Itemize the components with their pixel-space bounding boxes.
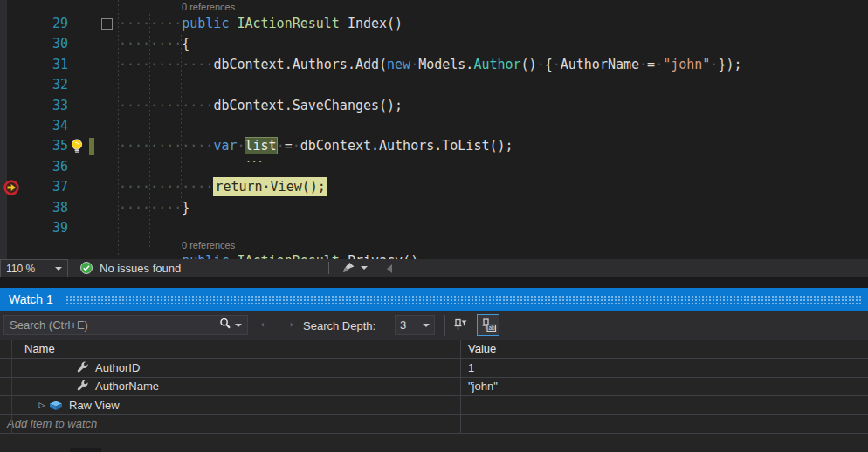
watch-row-raw-view[interactable]: ▷Raw View — [0, 396, 868, 415]
codelens-references[interactable]: 0 references — [182, 2, 235, 12]
search-icon — [219, 318, 231, 333]
code-text[interactable]: ············dbContext.SaveChanges(); — [119, 96, 403, 116]
pinned-member-names-toggle[interactable]: ab — [477, 314, 499, 336]
code-line-30[interactable]: 30········{ — [0, 34, 868, 54]
table-header-row[interactable]: Name Value — [0, 340, 868, 359]
watch-row-authorid[interactable]: AuthorID1 — [0, 359, 868, 378]
code-token: dbContext.Authors.ToList(); — [300, 138, 513, 154]
line-number: 35 — [0, 136, 68, 156]
watch-value-text[interactable]: 1 — [460, 359, 868, 377]
code-token: }); — [718, 57, 741, 72]
code-token: · — [237, 138, 245, 154]
code-text[interactable]: ········} — [119, 198, 189, 218]
vs-debug-view: 0 references29········public IActionResu… — [0, 0, 868, 452]
code-token — [119, 253, 182, 259]
line-number: 36 — [0, 157, 68, 177]
code-token: · — [537, 57, 545, 72]
code-line-32[interactable]: 32 — [0, 75, 868, 95]
toolbar-divider — [444, 315, 445, 336]
drag-grip-texture — [65, 295, 861, 304]
code-text[interactable]: ············dbContext.Authors.Add(new·Mo… — [119, 55, 741, 75]
search-forward-button[interactable]: → — [281, 314, 296, 332]
code-token — [340, 16, 348, 31]
code-token: ············ — [119, 179, 213, 195]
line-number: 30 — [0, 34, 68, 54]
code-line-29[interactable]: 29········public IActionResult Index() — [0, 14, 868, 34]
watch-window-title-bar[interactable]: Watch 1 — [0, 288, 868, 311]
search-depth-value: 3 — [400, 318, 406, 332]
chevron-down-icon — [423, 324, 430, 327]
code-editor[interactable]: 0 references29········public IActionResu… — [0, 0, 868, 259]
column-header-value[interactable]: Value — [460, 340, 496, 358]
scroll-left-icon[interactable] — [387, 264, 392, 273]
watch-name-text: AuthorID — [95, 361, 140, 374]
line-number: 29 — [0, 14, 68, 34]
code-token: dbContext.SaveChanges(); — [213, 98, 403, 113]
code-token: · — [410, 57, 418, 72]
code-line-35[interactable]: 35············var·list·=·dbContext.Autho… — [0, 136, 868, 156]
search-depth-select[interactable]: 3 — [395, 315, 435, 335]
code-text[interactable]: ············var·list·=·dbContext.Authors… — [119, 136, 513, 156]
code-token: "john" — [663, 57, 710, 72]
code-token: · — [639, 57, 647, 72]
code-token: { — [545, 57, 553, 72]
zoom-level-select[interactable]: 110 % — [0, 259, 68, 277]
code-text[interactable]: ············return·View(); — [119, 177, 327, 197]
code-line-33[interactable]: 33············dbContext.SaveChanges(); — [0, 96, 868, 116]
watch-variables-table: Name Value AuthorID1AuthorName"john"▷Raw… — [0, 340, 868, 434]
code-token: list — [245, 138, 277, 154]
line-number: 33 — [0, 96, 68, 116]
chevron-down-icon — [55, 267, 62, 271]
code-line-34[interactable]: 34 — [0, 116, 868, 136]
lightbulb-icon[interactable] — [71, 139, 83, 154]
code-line-31[interactable]: 31············dbContext.Authors.Add(new·… — [0, 55, 868, 75]
watch-row-authorname[interactable]: AuthorName"john" — [0, 378, 868, 397]
code-token: () — [521, 57, 537, 72]
code-line-38[interactable]: 38········} — [0, 198, 868, 218]
watch-value-text[interactable]: "john" — [460, 378, 868, 396]
code-token: ········ — [119, 36, 182, 51]
code-text[interactable]: ········public IActionResult Index() — [119, 14, 403, 34]
code-token: Models. — [418, 57, 473, 72]
zoom-level-value: 110 % — [6, 263, 35, 275]
change-tracking-bar — [89, 138, 94, 155]
breakpoint-current-statement-icon[interactable] — [3, 180, 19, 195]
search-input[interactable]: Search (Ctrl+E) — [3, 315, 248, 335]
add-watch-row[interactable]: Add item to watch — [0, 415, 868, 435]
search-depth-label: Search Depth: — [303, 319, 375, 332]
code-line-37[interactable]: 37············return·View(); — [0, 177, 868, 197]
code-token — [340, 253, 348, 259]
search-placeholder: Search (Ctrl+E) — [4, 318, 219, 332]
pin-filter-icon — [452, 318, 468, 333]
code-token: public — [182, 16, 229, 31]
code-line-39[interactable]: 39 — [0, 218, 868, 238]
code-token: Author — [473, 57, 520, 72]
column-header-name[interactable]: Name — [0, 340, 460, 358]
horizontal-scrollbar[interactable] — [378, 259, 868, 277]
code-token: { — [182, 36, 189, 51]
code-token: var — [213, 138, 237, 154]
code-token: public — [182, 253, 229, 259]
code-fold-toggle[interactable]: − — [101, 18, 113, 30]
code-token: ············ — [119, 57, 213, 72]
code-token: = — [285, 138, 293, 154]
codelens-references[interactable]: 0 references — [182, 240, 235, 250]
pane-splitter[interactable] — [0, 277, 868, 288]
chevron-down-icon — [361, 266, 368, 270]
search-back-button[interactable]: ← — [258, 314, 273, 332]
cube-icon — [49, 398, 63, 412]
code-token: ············ — [119, 98, 213, 113]
code-token: new — [387, 57, 410, 72]
line-number: 39 — [0, 218, 68, 238]
code-cleanup-button[interactable] — [329, 259, 378, 277]
code-line-36[interactable]: 36 — [0, 157, 868, 177]
search-options-chevron-icon[interactable] — [235, 324, 242, 327]
watch-value-text[interactable] — [460, 396, 868, 414]
code-token: IActionResult — [237, 16, 339, 31]
pin-names-icon: ab — [479, 318, 497, 333]
code-text[interactable]: ········{ — [119, 34, 189, 54]
expand-arrow-icon[interactable]: ▷ — [35, 401, 49, 409]
document-health-indicator[interactable]: No issues found — [73, 259, 329, 277]
filter-pinned-properties-button[interactable] — [449, 314, 472, 336]
column-resize-handle[interactable] — [460, 340, 461, 434]
